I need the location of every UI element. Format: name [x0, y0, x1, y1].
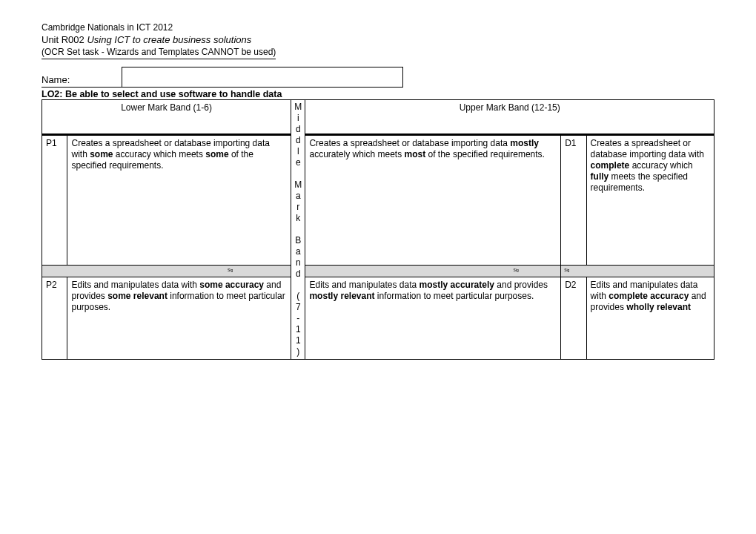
upper-criteria: Creates a spreadsheet or database import…	[586, 134, 714, 266]
lower-criteria: Creates a spreadsheet or database import…	[67, 134, 291, 266]
learning-objective: LO2: Be able to select and use software …	[42, 89, 714, 99]
d-code: D2	[561, 277, 586, 360]
upper-band-header: Upper Mark Band (12-15)	[305, 100, 714, 135]
name-label: Name:	[42, 67, 122, 88]
signature-row-1: Sig Sig Sig	[42, 266, 714, 277]
p-code: P2	[42, 277, 67, 360]
task-note: (OCR Set task - Wizards and Templates CA…	[42, 47, 276, 59]
unit-title: Using ICT to create business solutions	[87, 34, 251, 45]
lower-criteria: Edits and manipulates data with some acc…	[67, 277, 291, 360]
d-code: D1	[561, 134, 586, 266]
upper-criteria: Edits and manipulates data with complete…	[586, 277, 714, 360]
band-header-row: Lower Mark Band (1-6) Middle Mark Band (…	[42, 100, 714, 135]
unit-code: Unit R002	[42, 34, 84, 45]
criteria-row-p1: P1 Creates a spreadsheet or database imp…	[42, 134, 714, 266]
name-row: Name:	[42, 67, 714, 88]
p-code: P1	[42, 134, 67, 266]
sig-lower[interactable]: Sig	[42, 266, 291, 277]
unit-header: Unit R002 Using ICT to create business s…	[42, 34, 714, 45]
mark-band-table: Lower Mark Band (1-6) Middle Mark Band (…	[42, 99, 714, 360]
lower-band-header: Lower Mark Band (1-6)	[42, 100, 291, 135]
sig-upper[interactable]: Sig	[561, 266, 714, 277]
middle-band-vertical: Middle Mark Band (7-11)	[291, 100, 305, 360]
course-header: Cambridge Nationals in ICT 2012	[42, 22, 714, 33]
criteria-row-p2: P2 Edits and manipulates data with some …	[42, 277, 714, 360]
middle-criteria: Creates a spreadsheet or database import…	[305, 134, 561, 266]
name-input-box[interactable]	[122, 67, 403, 88]
sig-middle[interactable]: Sig	[305, 266, 561, 277]
middle-criteria: Edits and manipulates data mostly accura…	[305, 277, 561, 360]
